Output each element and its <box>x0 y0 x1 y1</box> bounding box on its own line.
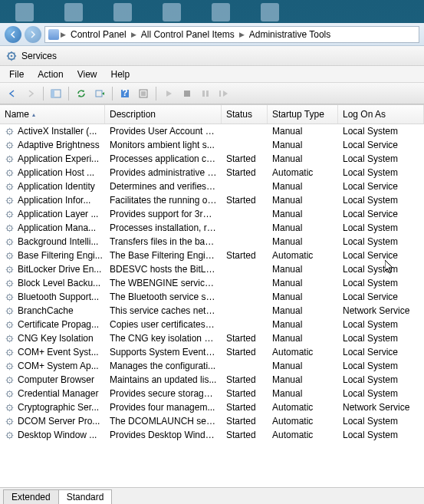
service-row[interactable]: BranchCacheThis service caches netw...Ma… <box>0 304 424 318</box>
service-row[interactable]: Application Mana...Processes installatio… <box>0 221 424 235</box>
breadcrumb-item[interactable]: All Control Panel Items <box>138 29 238 40</box>
service-name-cell: Computer Browser <box>0 374 105 385</box>
svg-point-24 <box>9 186 11 187</box>
service-row[interactable]: Application IdentityDetermines and verif… <box>0 180 424 193</box>
breadcrumb[interactable]: ▶ Control Panel ▶ All Control Panel Item… <box>44 26 419 43</box>
service-description: Determines and verifies t... <box>105 181 222 192</box>
menu-help[interactable]: Help <box>105 68 136 81</box>
service-name: Block Level Backu... <box>18 278 100 288</box>
service-row[interactable]: Certificate Propag...Copies user certifi… <box>0 318 424 331</box>
service-name: Application Experi... <box>18 153 99 164</box>
service-name: Application Infor... <box>18 195 90 206</box>
service-row[interactable]: Computer BrowserMaintains an updated lis… <box>0 373 424 387</box>
service-logon-as: Network Service <box>338 402 424 413</box>
arrow-right-icon <box>29 31 37 38</box>
service-status: Started <box>222 250 268 261</box>
start-service-button <box>159 85 178 102</box>
chevron-right-icon[interactable]: ▶ <box>239 31 245 38</box>
breadcrumb-item[interactable]: Administrative Tools <box>246 29 334 40</box>
service-logon-as: Local System <box>338 222 424 233</box>
back-button[interactable] <box>5 26 21 43</box>
service-row[interactable]: Application Infor...Facilitates the runn… <box>0 193 424 207</box>
service-startup-type: Automatic <box>268 430 338 440</box>
refresh-button[interactable] <box>72 85 90 102</box>
service-row[interactable]: CNG Key IsolationThe CNG key isolation s… <box>0 331 424 345</box>
column-header-description[interactable]: Description <box>105 105 222 124</box>
tab-extended[interactable]: Extended <box>3 489 59 504</box>
service-name: Computer Browser <box>18 374 94 385</box>
service-row[interactable]: ActiveX Installer (...Provides User Acco… <box>0 124 424 138</box>
properties-button[interactable] <box>134 85 153 102</box>
svg-rect-11 <box>184 91 190 97</box>
svg-point-54 <box>9 393 11 394</box>
menu-file[interactable]: File <box>3 68 30 81</box>
column-headers: Name▴ Description Status Startup Type Lo… <box>0 105 424 124</box>
svg-point-36 <box>9 268 11 270</box>
column-header-name[interactable]: Name▴ <box>0 105 105 124</box>
service-row[interactable]: Application Layer ...Provides support fo… <box>0 207 424 221</box>
chevron-right-icon[interactable]: ▶ <box>131 31 136 38</box>
service-status: Started <box>222 153 268 164</box>
service-gear-icon <box>5 251 15 261</box>
forward-button[interactable] <box>25 26 41 43</box>
taskbar-icon[interactable] <box>64 3 83 21</box>
service-gear-icon <box>5 389 15 399</box>
service-row[interactable]: COM+ System Ap...Manages the configurati… <box>0 359 424 373</box>
service-row[interactable]: Base Filtering Engi...The Base Filtering… <box>0 249 424 262</box>
column-header-status[interactable]: Status <box>222 105 268 124</box>
taskbar-icon[interactable] <box>15 3 34 21</box>
service-logon-as: Local System <box>338 416 424 427</box>
taskbar-icon[interactable] <box>212 3 230 21</box>
service-startup-type: Manual <box>268 181 338 192</box>
service-row[interactable]: Application Host ...Provides administrat… <box>0 166 424 180</box>
column-header-logon[interactable]: Log On As <box>338 105 424 124</box>
service-startup-type: Automatic <box>268 167 338 178</box>
services-list[interactable]: Name▴ Description Status Startup Type Lo… <box>0 104 424 487</box>
menu-action[interactable]: Action <box>31 68 69 81</box>
service-name-cell: Application Identity <box>0 181 105 192</box>
service-row[interactable]: Background Intelli...Transfers files in … <box>0 235 424 249</box>
service-startup-type: Manual <box>268 126 338 137</box>
service-row[interactable]: COM+ Event Syst...Supports System Event … <box>0 345 424 359</box>
service-name: Bluetooth Support... <box>18 292 99 302</box>
toolbar-separator <box>43 87 44 100</box>
service-row[interactable]: Cryptographic Ser...Provides four manage… <box>0 400 424 414</box>
service-row[interactable]: Block Level Backu...The WBENGINE service… <box>0 276 424 290</box>
service-logon-as: Local System <box>338 374 424 385</box>
svg-rect-3 <box>51 90 54 97</box>
svg-rect-4 <box>96 91 102 97</box>
show-hide-tree-button[interactable] <box>47 85 65 102</box>
service-description: Processes application co... <box>105 153 222 164</box>
service-gear-icon <box>5 417 15 427</box>
service-row[interactable]: Adaptive BrightnessMonitors ambient ligh… <box>0 138 424 152</box>
service-name: COM+ Event Syst... <box>18 347 99 357</box>
service-row[interactable]: BitLocker Drive En...BDESVC hosts the Bi… <box>0 262 424 276</box>
breadcrumb-item[interactable]: Control Panel <box>67 29 130 40</box>
menu-view[interactable]: View <box>71 68 104 81</box>
column-header-startup[interactable]: Startup Type <box>268 105 338 124</box>
service-row[interactable]: Bluetooth Support...The Bluetooth servic… <box>0 290 424 304</box>
service-name-cell: Block Level Backu... <box>0 278 105 288</box>
back-tool-button[interactable] <box>3 85 21 102</box>
service-description: The DCOMLAUNCH serv... <box>105 416 222 427</box>
svg-rect-12 <box>202 91 205 97</box>
help-button[interactable]: ? <box>116 85 134 102</box>
toolbar-separator <box>156 87 156 100</box>
service-row[interactable]: Credential ManagerProvides secure storag… <box>0 387 424 400</box>
service-startup-type: Manual <box>268 388 338 399</box>
service-gear-icon <box>5 278 15 288</box>
stop-icon <box>183 90 191 97</box>
service-gear-icon <box>5 209 15 219</box>
chevron-right-icon[interactable]: ▶ <box>61 31 66 38</box>
svg-point-1 <box>11 54 13 57</box>
service-row[interactable]: Desktop Window ...Provides Desktop Windo… <box>0 428 424 442</box>
service-name-cell: Application Experi... <box>0 153 105 164</box>
svg-point-40 <box>9 296 11 298</box>
export-list-button[interactable] <box>90 85 109 102</box>
tab-standard[interactable]: Standard <box>58 489 113 504</box>
service-row[interactable]: Application Experi...Processes applicati… <box>0 152 424 166</box>
taskbar-icon[interactable] <box>163 3 181 21</box>
service-row[interactable]: DCOM Server Pro...The DCOMLAUNCH serv...… <box>0 414 424 428</box>
taskbar-icon[interactable] <box>113 3 132 21</box>
taskbar-icon[interactable] <box>261 3 279 21</box>
